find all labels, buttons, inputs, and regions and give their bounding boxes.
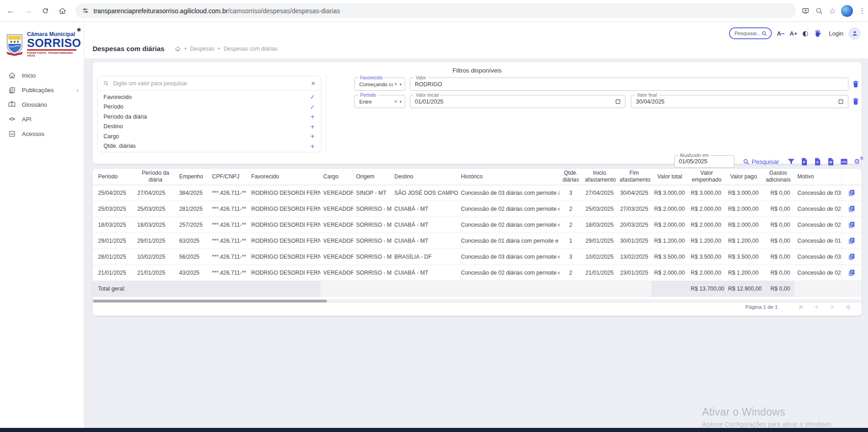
- cell: ***.426.711-**: [209, 185, 248, 201]
- periodo-operator-select[interactable]: Período Entre ✕ ▾: [354, 95, 405, 108]
- site-settings-icon[interactable]: [82, 7, 89, 14]
- cell: Concessão de 01 diár: [795, 233, 842, 249]
- org-logo[interactable]: Câmara Municipal SORRISO PODER FORTE, TR…: [0, 22, 84, 62]
- delete-filter-icon[interactable]: [852, 79, 860, 88]
- column-header[interactable]: Período da diária: [134, 169, 176, 185]
- export-csv-icon[interactable]: CSV: [839, 157, 848, 166]
- column-header[interactable]: Destino: [392, 169, 458, 185]
- column-header[interactable]: Gastos adicionais: [762, 169, 795, 185]
- first-page-icon[interactable]: |<: [793, 304, 809, 310]
- filter-add-plus-icon[interactable]: +: [310, 143, 315, 150]
- zoom-icon[interactable]: [815, 7, 823, 15]
- search-button[interactable]: Pesquisar: [743, 158, 779, 165]
- updated-at-input[interactable]: Atualizado em 01/05/2025: [674, 155, 734, 168]
- next-page-icon[interactable]: >: [824, 304, 840, 310]
- filter-option[interactable]: Cargo+: [98, 131, 321, 141]
- column-header[interactable]: Origem: [353, 169, 392, 185]
- column-header[interactable]: Empenho: [176, 169, 209, 185]
- horizontal-scrollbar[interactable]: [93, 299, 862, 303]
- filter-option[interactable]: Período da diária+: [98, 112, 321, 122]
- clear-filter-icon[interactable]: ✕: [394, 99, 398, 104]
- scrollbar-thumb[interactable]: [93, 300, 327, 302]
- clear-search-icon[interactable]: ✕: [311, 80, 315, 87]
- focus-target-icon[interactable]: ◉: [77, 26, 81, 32]
- chrome-menu-icon[interactable]: ⋮: [858, 6, 866, 15]
- url-bar[interactable]: transparenciaprefeiturasorriso.agiliclou…: [76, 3, 796, 18]
- cell: R$ 3.000,00: [688, 185, 725, 201]
- cell: CUIABÁ - MT: [392, 201, 458, 217]
- cell: 2: [559, 265, 582, 281]
- column-header[interactable]: Fim afastamento: [617, 169, 651, 185]
- column-header[interactable]: Cargo: [320, 169, 353, 185]
- favorecido-value-input[interactable]: Valor RODRIGO: [410, 78, 848, 91]
- column-header[interactable]: Valor total: [651, 169, 688, 185]
- filter-added-check-icon[interactable]: ✓: [310, 94, 315, 100]
- column-header[interactable]: Período: [93, 169, 134, 185]
- filter-funnel-icon[interactable]: [786, 157, 796, 166]
- sidebar-item-acessos[interactable]: Acessos: [0, 126, 84, 141]
- site-search-input[interactable]: Pesquisar...: [729, 27, 772, 39]
- clear-filter-icon[interactable]: ✕: [394, 82, 398, 87]
- sidebar-item-glossario[interactable]: Glossário: [0, 97, 84, 112]
- last-page-icon[interactable]: >|: [840, 304, 855, 310]
- delete-filter-icon[interactable]: [852, 97, 860, 106]
- copy-details-icon[interactable]: [847, 267, 857, 277]
- filter-add-plus-icon[interactable]: +: [310, 123, 315, 130]
- column-header[interactable]: Favorecido: [248, 169, 320, 185]
- back-icon[interactable]: ←: [4, 4, 17, 18]
- calendar-icon[interactable]: [838, 99, 844, 104]
- prev-page-icon[interactable]: <: [809, 304, 824, 310]
- chevron-down-icon: ▾: [399, 99, 402, 104]
- contrast-icon[interactable]: ◐: [802, 29, 808, 37]
- copy-details-icon[interactable]: [847, 203, 857, 213]
- column-header[interactable]: [842, 169, 862, 185]
- sidebar-item-inicio[interactable]: Inicio: [0, 68, 84, 83]
- reload-icon[interactable]: [38, 4, 52, 18]
- sidebar-item-api[interactable]: <> API: [0, 112, 84, 126]
- font-increase-button[interactable]: A+: [790, 30, 797, 37]
- font-decrease-button[interactable]: A−: [777, 30, 785, 37]
- login-button[interactable]: Login: [829, 30, 843, 37]
- calendar-icon[interactable]: [615, 99, 621, 104]
- filter-add-plus-icon[interactable]: +: [310, 113, 315, 120]
- copy-details-icon[interactable]: [847, 219, 857, 229]
- column-header[interactable]: Valor empenhado: [688, 169, 725, 185]
- export-pdf-icon[interactable]: P: [800, 157, 809, 166]
- column-header[interactable]: Qtde. diárias: [559, 169, 582, 185]
- filter-option[interactable]: Favorecido✓: [98, 92, 321, 102]
- filter-option[interactable]: Qtde. diárias+: [98, 141, 321, 151]
- breadcrumb-home-icon[interactable]: [175, 46, 181, 52]
- profile-avatar[interactable]: [841, 5, 853, 17]
- periodo-end-date-input[interactable]: Valor final 30/04/2025: [631, 95, 848, 108]
- sidebar-item-publicacoes[interactable]: Publicações ›: [0, 83, 84, 97]
- column-header[interactable]: CPF/CNPJ: [209, 169, 248, 185]
- column-header[interactable]: Valor pago: [725, 169, 762, 185]
- copy-details-icon[interactable]: [847, 187, 857, 198]
- page-title: Despesas com diárias: [93, 45, 165, 52]
- export-word-icon[interactable]: W: [826, 157, 835, 166]
- copy-details-icon[interactable]: [847, 251, 857, 261]
- column-header[interactable]: Histórico: [458, 169, 559, 185]
- filter-option[interactable]: Período✓: [98, 102, 321, 112]
- install-app-icon[interactable]: [801, 7, 810, 15]
- copy-details-icon[interactable]: [847, 235, 857, 245]
- export-excel-icon[interactable]: X: [813, 157, 822, 166]
- column-header[interactable]: Inicio afastamento: [582, 169, 617, 185]
- cell: Concessão de 03 diárias com pernoite à S…: [458, 185, 559, 201]
- favorecido-operator-select[interactable]: Favorecido Começando com ✕ ▾: [354, 78, 405, 91]
- forward-icon[interactable]: →: [21, 4, 35, 18]
- breadcrumb-item[interactable]: Despesas: [190, 46, 214, 52]
- periodo-start-date-input[interactable]: Valor inicial 01/01/2025: [410, 95, 625, 108]
- user-avatar-icon[interactable]: [848, 27, 861, 40]
- filter-search-input[interactable]: Digite um valor para pesquisar ✕: [98, 76, 321, 91]
- bookmark-star-icon[interactable]: ☆: [829, 6, 836, 16]
- filter-add-plus-icon[interactable]: +: [310, 133, 315, 140]
- filter-option[interactable]: Destino+: [98, 122, 321, 132]
- column-header[interactable]: Motivo: [795, 169, 842, 185]
- table-settings-icon[interactable]: ⚙⚙: [852, 157, 862, 166]
- libras-accessibility-icon[interactable]: [813, 29, 822, 38]
- filter-added-check-icon[interactable]: ✓: [310, 104, 315, 110]
- home-icon[interactable]: [56, 4, 69, 18]
- table-row: 29/01/202529/01/202563/2025***.426.711-*…: [93, 233, 862, 249]
- breadcrumb-item[interactable]: Despesas com diárias: [223, 46, 277, 52]
